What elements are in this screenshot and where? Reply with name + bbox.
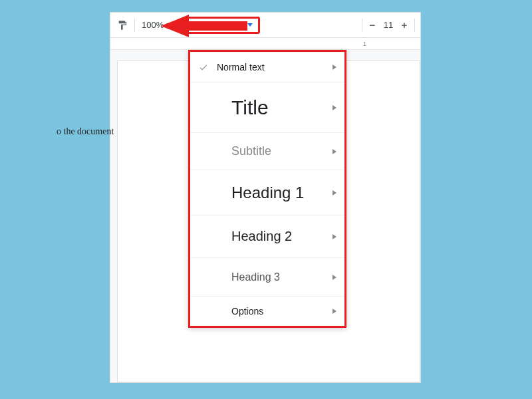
font-size-group: − 11 +: [365, 18, 412, 33]
style-option-heading2[interactable]: Heading 2: [190, 215, 344, 258]
chevron-down-icon: [247, 23, 253, 27]
style-option-normal[interactable]: Normal text: [190, 52, 344, 82]
chevron-right-icon: [332, 234, 336, 239]
ruler-tick: 1: [363, 41, 366, 47]
toolbar: 100% Normal text − 11 +: [110, 13, 420, 38]
style-option-label: Heading 3: [213, 271, 332, 283]
paint-format-icon[interactable]: [113, 16, 132, 35]
app-window: 100% Normal text − 11 + 1 o the document…: [110, 12, 421, 383]
style-option-title[interactable]: Title: [190, 82, 344, 133]
divider: [414, 19, 415, 32]
style-option-label: Title: [213, 96, 332, 119]
chevron-right-icon: [332, 275, 336, 280]
style-option-subtitle[interactable]: Subtitle: [190, 133, 344, 170]
ruler[interactable]: 1: [110, 38, 420, 50]
font-size-increase-button[interactable]: +: [397, 18, 412, 33]
chevron-right-icon: [332, 309, 336, 314]
chevron-right-icon: [332, 105, 336, 110]
annotation-arrow: [161, 17, 247, 35]
font-size-value[interactable]: 11: [380, 20, 397, 30]
font-size-decrease-button[interactable]: −: [365, 18, 380, 33]
style-option-label: Subtitle: [213, 144, 332, 158]
style-option-label: Heading 1: [213, 184, 332, 202]
paragraph-style-dropdown: Normal textTitleSubtitleHeading 1Heading…: [188, 50, 346, 328]
chevron-right-icon: [332, 190, 336, 196]
chevron-right-icon: [332, 65, 336, 70]
check-icon: [198, 62, 213, 72]
style-option-label: Normal text: [213, 62, 332, 72]
style-option-heading1[interactable]: Heading 1: [190, 170, 344, 215]
style-option-heading3[interactable]: Heading 3: [190, 258, 344, 297]
style-option-options[interactable]: Options: [190, 297, 344, 326]
style-option-label: Options: [213, 306, 332, 317]
document-body-text[interactable]: o the document: [57, 126, 114, 137]
chevron-right-icon: [332, 149, 336, 154]
style-option-label: Heading 2: [213, 229, 332, 244]
divider: [134, 19, 135, 32]
arrow-head-icon: [161, 15, 189, 37]
arrow-body: [188, 21, 247, 31]
divider: [362, 19, 362, 32]
